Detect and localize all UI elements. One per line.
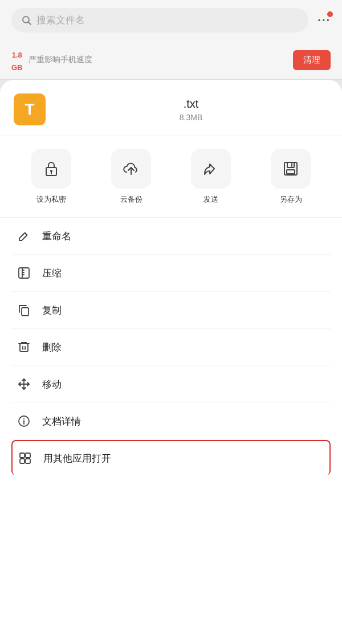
storage-warning: 严重影响手机速度 — [28, 55, 92, 65]
search-icon — [22, 15, 32, 26]
set-private-label: 设为私密 — [36, 194, 66, 205]
delete-label: 删除 — [42, 341, 62, 354]
action-save-as[interactable]: 另存为 — [271, 149, 311, 205]
svg-line-10 — [25, 233, 27, 235]
compress-icon — [16, 265, 32, 281]
cloud-backup-icon-box — [111, 149, 151, 189]
menu-item-move[interactable]: 移动 — [11, 366, 331, 403]
send-icon-box — [191, 149, 231, 189]
search-box[interactable]: 搜索文件名 — [11, 8, 308, 32]
menu-item-delete[interactable]: 删除 — [11, 329, 331, 366]
menu-item-compress[interactable]: 压缩 — [11, 255, 331, 292]
bottom-sheet: T .txt 8.3MB 设为私密 — [0, 80, 342, 644]
rename-label: 重命名 — [42, 230, 71, 243]
search-placeholder: 搜索文件名 — [36, 14, 85, 27]
copy-label: 复制 — [42, 304, 62, 317]
cloud-backup-label: 云备份 — [120, 194, 142, 205]
svg-rect-7 — [287, 162, 294, 168]
file-size: 8.3MB — [54, 113, 328, 122]
move-icon — [16, 376, 32, 392]
file-icon: T — [14, 93, 46, 125]
lock-icon — [42, 160, 60, 178]
file-header: T .txt 8.3MB — [0, 80, 342, 136]
storage-size: 1.8GB — [11, 47, 23, 72]
svg-rect-8 — [287, 170, 295, 174]
svg-rect-25 — [20, 453, 25, 458]
menu-item-doc-detail[interactable]: 文档详情 — [11, 403, 331, 440]
save-as-label: 另存为 — [280, 194, 302, 205]
menu-item-rename[interactable]: 重命名 — [11, 218, 331, 255]
action-send[interactable]: 发送 — [191, 149, 231, 205]
svg-rect-16 — [22, 308, 28, 316]
send-label: 发送 — [203, 194, 218, 205]
save-icon — [282, 160, 300, 178]
compress-label: 压缩 — [42, 267, 62, 280]
svg-rect-26 — [26, 453, 30, 458]
file-extension: .txt — [54, 97, 328, 111]
clean-button[interactable]: 清理 — [293, 50, 331, 70]
cloud-upload-icon — [122, 160, 140, 178]
svg-rect-27 — [20, 459, 25, 463]
action-set-private[interactable]: 设为私密 — [31, 149, 71, 205]
move-label: 移动 — [42, 378, 62, 391]
set-private-icon-box — [31, 149, 71, 189]
svg-line-1 — [28, 22, 31, 25]
open-with-icon — [17, 450, 33, 466]
svg-rect-11 — [19, 268, 29, 278]
notification-dot — [327, 11, 333, 17]
menu-item-copy[interactable]: 复制 — [11, 292, 331, 329]
menu-item-open-with[interactable]: 用其他应用打开 — [11, 440, 331, 475]
rename-icon — [16, 228, 32, 244]
file-icon-letter: T — [25, 100, 34, 119]
file-info: .txt 8.3MB — [54, 97, 328, 122]
top-bar: 搜索文件名 ··· — [0, 0, 342, 40]
share-icon — [202, 160, 220, 178]
action-cloud-backup[interactable]: 云备份 — [111, 149, 151, 205]
open-with-label: 用其他应用打开 — [43, 452, 111, 465]
svg-rect-17 — [20, 344, 28, 352]
svg-rect-28 — [26, 459, 30, 463]
copy-icon — [16, 302, 32, 318]
info-icon — [16, 413, 32, 429]
delete-icon — [16, 339, 32, 355]
svg-point-24 — [23, 418, 25, 419]
doc-detail-label: 文档详情 — [42, 415, 81, 428]
save-as-icon-box — [271, 149, 311, 189]
storage-banner: 1.8GB 严重影响手机速度 清理 — [0, 40, 342, 80]
quick-actions: 设为私密 云备份 发送 — [0, 136, 342, 218]
more-button[interactable]: ··· — [317, 14, 331, 27]
menu-list: 重命名 压缩 复制 — [0, 218, 342, 475]
storage-info: 1.8GB 严重影响手机速度 — [11, 47, 92, 72]
